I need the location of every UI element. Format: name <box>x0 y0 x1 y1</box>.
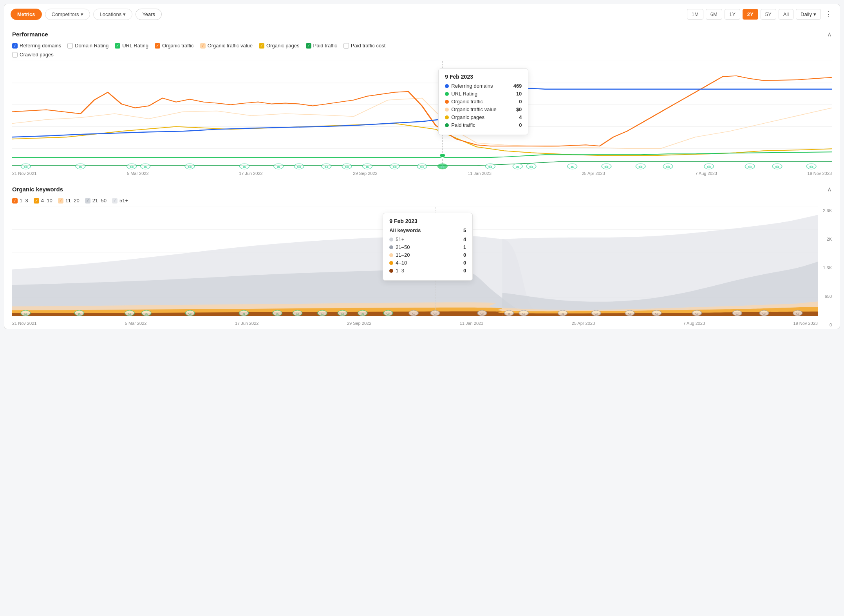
cb-organic-pages: ✓ <box>259 43 264 49</box>
more-options-button[interactable]: ⋮ <box>823 8 833 20</box>
dot-referring-domains <box>445 84 449 88</box>
kw-tooltip-row-0: 51+ 4 <box>389 236 466 242</box>
svg-text:a: a <box>145 312 148 315</box>
nav-locations-button[interactable]: Locations ▾ <box>93 9 133 20</box>
svg-text:G: G <box>393 166 396 169</box>
svg-text:G: G <box>480 312 484 315</box>
cb-paid-traffic: ✓ <box>306 43 311 49</box>
tooltip-date: 9 Feb 2023 <box>445 74 522 80</box>
svg-text:G: G <box>345 166 349 169</box>
dot-51plus <box>389 238 393 241</box>
kw-chart-wrapper: G a G a G a a <box>12 207 832 329</box>
kw-tooltip-row-4: 1–3 0 <box>389 268 466 274</box>
organic-keywords-header: Organic keywords ∧ <box>12 186 832 193</box>
svg-text:a: a <box>361 312 364 315</box>
svg-text:G: G <box>639 166 642 169</box>
dot-1-3 <box>389 269 393 273</box>
kw-tooltip-row-1: 21–50 1 <box>389 244 466 250</box>
svg-text:a: a <box>79 166 82 169</box>
tooltip-row-4: Organic pages 4 <box>445 114 522 120</box>
cb-domain-rating <box>67 43 73 49</box>
kw-range-4-10[interactable]: ✓ 4–10 <box>34 198 52 204</box>
kw-ranges-row: ✓ 1–3 ✓ 4–10 ✓ 11–20 ✓ 21–50 <box>12 198 832 204</box>
svg-text:G: G <box>441 166 444 169</box>
svg-text:C: C <box>325 166 328 169</box>
organic-keywords-title: Organic keywords <box>12 186 63 193</box>
svg-text:G: G <box>522 312 526 315</box>
kw-tooltip-date: 9 Feb 2023 <box>389 218 466 224</box>
kw-tooltip: 9 Feb 2023 All keywords 5 51+ 4 <box>383 213 473 281</box>
kw-range-11-20[interactable]: ✓ 11–20 <box>58 198 80 204</box>
svg-text:G: G <box>386 312 390 315</box>
svg-text:G: G <box>24 312 27 315</box>
svg-text:a: a <box>276 312 279 315</box>
svg-text:C: C <box>420 166 424 169</box>
kw-cb-21-50: ✓ <box>85 198 90 204</box>
nav-years-button[interactable]: Years <box>136 9 162 20</box>
kw-cb-51plus: ✓ <box>112 198 117 204</box>
cb-organic-traffic: ✓ <box>155 43 160 49</box>
organic-keywords-section: Organic keywords ∧ ✓ 1–3 ✓ 4–10 ✓ 11–20 … <box>4 179 840 329</box>
kw-range-1-3[interactable]: ✓ 1–3 <box>12 198 28 204</box>
time-2y-button[interactable]: 2Y <box>743 9 758 20</box>
metric-organic-pages[interactable]: ✓ Organic pages <box>259 43 300 49</box>
performance-chart-svg: G a G a G a a G <box>12 61 832 170</box>
metric-url-rating[interactable]: ✓ URL Rating <box>115 43 148 49</box>
time-6m-button[interactable]: 6M <box>706 9 722 20</box>
metric-crawled-pages[interactable]: Crawled pages <box>12 52 54 58</box>
time-all-button[interactable]: All <box>779 9 793 20</box>
metric-paid-traffic[interactable]: ✓ Paid traffic <box>306 43 337 49</box>
metric-paid-traffic-cost[interactable]: Paid traffic cost <box>343 43 386 49</box>
cb-organic-traffic-value: ✓ <box>200 43 206 49</box>
kw-x-axis: 21 Nov 2021 5 Mar 2022 17 Jun 2022 29 Se… <box>12 320 818 329</box>
svg-text:G: G <box>130 166 133 169</box>
kw-tooltip-row-2: 11–20 0 <box>389 252 466 258</box>
dot-organic-pages <box>445 115 449 119</box>
svg-point-6 <box>439 153 446 157</box>
organic-keywords-collapse-button[interactable]: ∧ <box>827 186 832 193</box>
svg-text:G: G <box>341 312 344 315</box>
time-5y-button[interactable]: 5Y <box>761 9 776 20</box>
daily-button[interactable]: Daily ▾ <box>796 9 821 20</box>
svg-text:a: a <box>366 166 369 169</box>
metrics-row-2: Crawled pages <box>12 52 832 58</box>
kw-cb-1-3: ✓ <box>12 198 18 204</box>
svg-text:G: G <box>628 312 631 315</box>
nav-left: Metrics Competitors ▾ Locations ▾ Years <box>11 9 162 20</box>
performance-title: Performance <box>12 31 48 38</box>
performance-x-axis: 21 Nov 2021 5 Mar 2022 17 Jun 2022 29 Se… <box>12 170 832 179</box>
nav-competitors-button[interactable]: Competitors ▾ <box>45 9 90 20</box>
svg-text:G: G <box>605 166 608 169</box>
nav-right: 1M 6M 1Y 2Y 5Y All Daily ▾ ⋮ <box>687 8 833 20</box>
cb-crawled-pages <box>12 52 18 58</box>
tooltip-row-3: Organic traffic value $0 <box>445 106 522 112</box>
page-wrapper: Metrics Competitors ▾ Locations ▾ Years … <box>4 4 840 329</box>
metric-organic-traffic[interactable]: ✓ Organic traffic <box>155 43 194 49</box>
svg-text:G: G <box>595 312 598 315</box>
kw-range-51plus[interactable]: ✓ 51+ <box>112 198 128 204</box>
svg-text:a: a <box>508 312 510 315</box>
dot-url-rating <box>445 92 449 96</box>
svg-text:G: G <box>433 312 437 315</box>
metric-organic-traffic-value[interactable]: ✓ Organic traffic value <box>200 43 253 49</box>
performance-chart-area: G a G a G a a G <box>12 61 832 179</box>
performance-collapse-button[interactable]: ∧ <box>827 31 832 38</box>
dot-paid-traffic <box>445 123 449 127</box>
performance-metrics-row: ✓ Referring domains Domain Rating ✓ URL … <box>12 43 832 58</box>
cb-url-rating: ✓ <box>115 43 120 49</box>
kw-y-axis: 2.6K 2K 1.3K 650 0 <box>818 207 832 329</box>
svg-text:a: a <box>144 166 147 169</box>
kw-chart-main: G a G a G a a <box>12 207 818 329</box>
svg-text:a: a <box>571 166 574 169</box>
cb-paid-traffic-cost <box>343 43 349 49</box>
svg-text:a: a <box>561 312 564 315</box>
nav-metrics-button[interactable]: Metrics <box>11 9 42 20</box>
metric-referring-domains[interactable]: ✓ Referring domains <box>12 43 61 49</box>
svg-text:a: a <box>516 166 519 169</box>
time-1m-button[interactable]: 1M <box>687 9 703 20</box>
svg-text:G: G <box>128 312 131 315</box>
kw-range-21-50[interactable]: ✓ 21–50 <box>85 198 107 204</box>
time-1y-button[interactable]: 1Y <box>725 9 740 20</box>
metric-domain-rating[interactable]: Domain Rating <box>67 43 108 49</box>
svg-text:C: C <box>412 312 416 315</box>
